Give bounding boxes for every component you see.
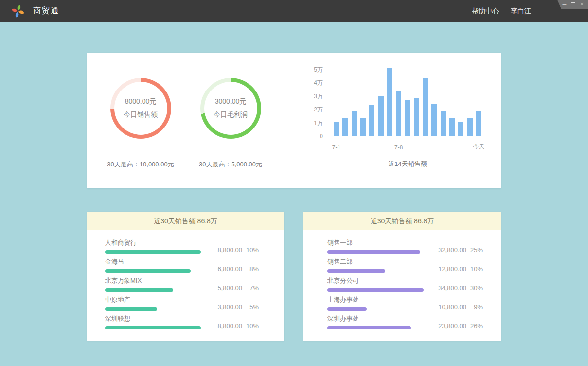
gauge-label: 今日销售额 (124, 110, 158, 119)
ranking-cards-row: 近30天销售额 86.8万 人和商贸行8,800.0010%金海马6,800.0… (87, 212, 501, 341)
rank-item-bar (327, 307, 367, 311)
rank-item-values: 32,800.0025% (428, 246, 483, 254)
rank-row: 人和商贸行8,800.0010% (87, 239, 284, 254)
app-window: 商贸通 帮助中心 李白江 ─ ✕ 8000.00元 今日销售额 30天最高：10… (0, 0, 588, 366)
rank-item-name: 销售二部 (327, 258, 385, 266)
chart-bar (396, 91, 401, 136)
gauge-caption: 30天最高：5,000.00元 (192, 160, 269, 169)
dashboard: 8000.00元 今日销售额 30天最高：10,000.00元 3000.00元… (0, 22, 588, 341)
rank-item-amount: 10,800.00 (428, 303, 466, 311)
chart-bar (387, 68, 392, 136)
sales-trend-chart: 01万2万3万4万5万7-17-8今天 近14天销售额 (303, 68, 481, 173)
rank-item-values: 8,800.0010% (203, 246, 259, 254)
rank-list: 销售一部32,800.0025%销售二部12,800.0010%北京分公司34,… (303, 230, 501, 329)
chart-y-axis-label: 3万 (303, 93, 323, 100)
chart-bar (476, 111, 481, 136)
rank-item-bar (105, 288, 173, 292)
chart-bar (360, 118, 366, 136)
rank-row: 销售一部32,800.0025% (303, 239, 501, 254)
rank-item-amount: 12,800.00 (428, 265, 466, 273)
chart-bar (369, 105, 374, 136)
chart-bar (449, 118, 455, 136)
gauge-value: 3000.00元 (215, 97, 247, 106)
summary-card: 8000.00元 今日销售额 30天最高：10,000.00元 3000.00元… (87, 53, 501, 188)
rank-item-bar (327, 250, 420, 254)
customer-ranking-card: 近30天销售额 86.8万 人和商贸行8,800.0010%金海马6,800.0… (87, 212, 284, 341)
rank-item-name: 北京分公司 (327, 277, 424, 285)
department-ranking-card: 近30天销售额 86.8万 销售一部32,800.0025%销售二部12,800… (303, 212, 501, 341)
chart-bar (352, 111, 357, 136)
chart-x-axis-label: 7-1 (332, 144, 340, 151)
rank-item-bar (105, 269, 191, 273)
titlebar: 商贸通 帮助中心 李白江 ─ ✕ (0, 0, 588, 22)
chart-x-axis-label: 7-8 (394, 144, 403, 151)
rank-item-bar (105, 250, 201, 254)
chart-title: 近14天销售额 (334, 160, 481, 168)
minimize-button[interactable]: ─ (562, 1, 567, 7)
app-title: 商贸通 (33, 6, 59, 16)
rank-item-values: 10,800.009% (428, 303, 483, 311)
rank-item-percent: 10% (242, 246, 259, 254)
rank-item-bar (327, 269, 385, 273)
rank-item-values: 34,800.0030% (428, 284, 483, 292)
rank-row: 金海马6,800.008% (87, 258, 284, 273)
rank-item-amount: 23,800.00 (428, 322, 466, 329)
rank-item-values: 5,800.007% (203, 284, 259, 292)
today-sales-gauge: 8000.00元 今日销售额 30天最高：10,000.00元 (102, 53, 179, 188)
chart-bar (342, 118, 348, 136)
rank-list: 人和商贸行8,800.0010%金海马6,800.008%北京万象MIX5,80… (87, 230, 284, 329)
chart-bar (467, 118, 473, 136)
chart-bar (334, 122, 339, 136)
rank-item-name: 深圳办事处 (327, 315, 411, 323)
rank-item-values: 3,800.005% (203, 303, 259, 311)
chart-y-axis-label: 1万 (303, 120, 323, 127)
help-center-link[interactable]: 帮助中心 (472, 7, 499, 16)
chart-bar (458, 122, 463, 136)
rank-item-name: 上海办事处 (327, 296, 367, 304)
rank-row: 深圳办事处23,800.0026% (303, 315, 501, 329)
rank-item-bar (327, 288, 424, 292)
rank-item-amount: 32,800.00 (428, 246, 466, 254)
rank-row: 销售二部12,800.0010% (303, 258, 501, 273)
chart-y-axis-label: 2万 (303, 106, 323, 113)
rank-item-values: 12,800.0010% (428, 265, 483, 273)
maximize-icon (571, 2, 575, 6)
gauge-caption: 30天最高：10,000.00元 (102, 160, 179, 169)
rank-item-bar (105, 326, 201, 329)
rank-item-name: 中原地产 (105, 296, 157, 304)
today-sales-donut-text: 8000.00元 今日销售额 (110, 78, 171, 139)
gauge-label: 今日毛利润 (214, 110, 248, 119)
rank-item-percent: 7% (242, 284, 259, 292)
rank-item-name: 人和商贸行 (105, 239, 201, 247)
close-button[interactable]: ✕ (579, 1, 585, 7)
chart-bar (423, 78, 428, 136)
rank-item-values: 6,800.008% (203, 265, 259, 273)
rank-item-amount: 6,800.00 (203, 265, 242, 273)
rank-row: 中原地产3,800.005% (87, 296, 284, 311)
today-sales-donut-ring: 8000.00元 今日销售额 (110, 78, 171, 139)
rank-item-amount: 34,800.00 (428, 284, 466, 292)
app-logo-pinwheel-icon (11, 4, 25, 18)
rank-row: 深圳联想8,800.0010% (87, 315, 284, 329)
chart-bar (378, 96, 384, 136)
sales-trend-plot: 01万2万3万4万5万7-17-8今天 (334, 68, 481, 136)
chart-y-axis-label: 5万 (303, 66, 323, 73)
rank-item-name: 销售一部 (327, 239, 420, 247)
rank-item-amount: 5,800.00 (203, 284, 242, 292)
card-title: 近30天销售额 86.8万 (87, 212, 284, 230)
chart-bar (431, 104, 437, 136)
maximize-button[interactable] (570, 1, 576, 7)
rank-item-amount: 8,800.00 (203, 322, 242, 329)
chart-x-axis-label: 今天 (473, 143, 485, 151)
chart-bar (405, 100, 410, 136)
card-title: 近30天销售额 86.8万 (303, 212, 501, 230)
username-menu[interactable]: 李白江 (511, 7, 531, 16)
chart-y-axis-label: 0 (303, 133, 323, 140)
rank-row: 上海办事处10,800.009% (303, 296, 501, 311)
chart-y-axis-label: 4万 (303, 79, 323, 86)
titlebar-right: 帮助中心 李白江 (472, 0, 531, 22)
rank-item-percent: 25% (466, 246, 483, 254)
rank-item-percent: 9% (466, 303, 483, 311)
rank-item-name: 深圳联想 (105, 315, 201, 323)
chart-bar (441, 111, 446, 136)
